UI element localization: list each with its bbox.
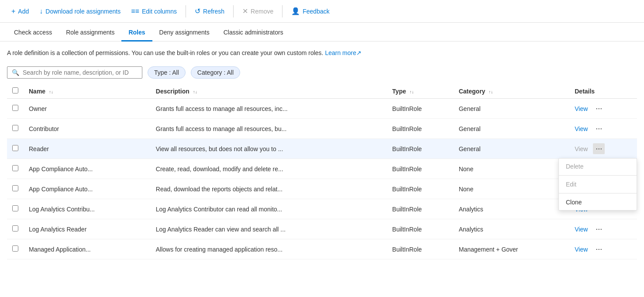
row-category: General [454, 99, 570, 119]
row-details: View ··· [569, 119, 637, 139]
download-icon: ↓ [39, 7, 43, 15]
row-checkbox-4[interactable] [12, 165, 18, 171]
search-icon: 🔍 [12, 69, 19, 76]
remove-label: Remove [251, 8, 273, 15]
select-all-header [7, 84, 24, 99]
row-more-button-7[interactable]: ··· [593, 224, 605, 235]
row-view-link-1[interactable]: View [575, 105, 588, 112]
row-description: Grants full access to manage all resourc… [151, 119, 387, 139]
row-name: Reader [24, 139, 151, 159]
row-category: Analytics [454, 199, 570, 219]
context-menu-clone[interactable]: Clone [559, 194, 637, 210]
row-checkbox-cell [7, 119, 24, 139]
row-description: Log Analytics Reader can view and search… [151, 219, 387, 239]
row-checkbox-cell [7, 159, 24, 179]
col-header-details: Details [569, 84, 637, 99]
row-type: BuiltInRole [387, 219, 453, 239]
context-menu-divider-1 [559, 175, 637, 176]
row-category: None [454, 179, 570, 199]
row-type: BuiltInRole [387, 99, 453, 119]
refresh-button[interactable]: ↺ Refresh [190, 4, 229, 18]
row-name: Log Analytics Contribu... [24, 199, 151, 219]
row-description: Create, read, download, modify and delet… [151, 159, 387, 179]
row-checkbox-6[interactable] [12, 205, 18, 211]
row-category: None [454, 159, 570, 179]
row-type: BuiltInRole [387, 119, 453, 139]
roles-table: Name ↑↓ Description ↑↓ Type ↑↓ Category … [7, 84, 637, 259]
remove-icon: ✕ [242, 7, 248, 15]
toolbar-separator-2 [233, 5, 234, 17]
roles-table-container: Name ↑↓ Description ↑↓ Type ↑↓ Category … [0, 84, 644, 259]
row-description: Read, download the reports objects and r… [151, 179, 387, 199]
row-name: App Compliance Auto... [24, 159, 151, 179]
add-label: Add [18, 8, 29, 15]
tab-role-assignments[interactable]: Role assignments [59, 24, 121, 41]
table-header-row: Name ↑↓ Description ↑↓ Type ↑↓ Category … [7, 84, 637, 99]
download-button[interactable]: ↓ Download role assignments [35, 5, 125, 18]
row-checkbox-5[interactable] [12, 185, 18, 191]
row-more-button-1[interactable]: ··· [593, 103, 605, 114]
row-checkbox-8[interactable] [12, 245, 18, 252]
row-details: View ··· [569, 239, 637, 259]
row-description: Log Analytics Contributor can read all m… [151, 199, 387, 219]
tab-check-access[interactable]: Check access [7, 24, 59, 41]
tab-roles[interactable]: Roles [121, 24, 152, 41]
row-checkbox-cell [7, 219, 24, 239]
toolbar-separator-1 [186, 5, 186, 17]
type-filter-pill[interactable]: Type : All [148, 66, 186, 79]
tabs-container: Check access Role assignments Roles Deny… [0, 24, 644, 41]
tab-classic-administrators[interactable]: Classic administrators [217, 24, 290, 41]
context-menu-delete[interactable]: Delete [559, 159, 637, 174]
download-label: Download role assignments [45, 8, 121, 15]
row-checkbox-cell [7, 239, 24, 259]
col-header-type[interactable]: Type ↑↓ [387, 84, 453, 99]
row-name: Log Analytics Reader [24, 219, 151, 239]
row-details: View ··· [569, 99, 637, 119]
category-sort-icon: ↑↓ [489, 90, 493, 94]
add-button[interactable]: + Add [7, 5, 33, 18]
row-type: BuiltInRole [387, 239, 453, 259]
row-description: Allows for creating managed application … [151, 239, 387, 259]
row-checkbox-7[interactable] [12, 225, 18, 231]
table-row: Owner Grants full access to manage all r… [7, 99, 637, 119]
row-checkbox-2[interactable] [12, 125, 18, 131]
row-checkbox-3[interactable] [12, 145, 18, 151]
description-sort-icon: ↑↓ [193, 90, 197, 94]
row-view-link-2[interactable]: View [575, 125, 588, 132]
learn-more-link[interactable]: Learn more↗ [325, 49, 362, 56]
row-name: Managed Application... [24, 239, 151, 259]
table-row: App Compliance Auto... Read, download th… [7, 179, 637, 199]
row-more-button-3[interactable]: ··· [593, 143, 605, 154]
row-description: View all resources, but does not allow y… [151, 139, 387, 159]
col-header-description[interactable]: Description ↑↓ [151, 84, 387, 99]
row-view-link-7[interactable]: View [575, 226, 588, 233]
row-checkbox-cell [7, 139, 24, 159]
category-filter-pill[interactable]: Category : All [191, 66, 240, 79]
col-header-category[interactable]: Category ↑↓ [454, 84, 570, 99]
remove-button[interactable]: ✕ Remove [238, 4, 278, 18]
search-box: 🔍 [7, 66, 142, 79]
tab-deny-assignments[interactable]: Deny assignments [152, 24, 217, 41]
row-category: Management + Gover [454, 239, 570, 259]
row-view-link-8[interactable]: View [575, 246, 588, 253]
row-name: Owner [24, 99, 151, 119]
row-category: General [454, 139, 570, 159]
toolbar: + Add ↓ Download role assignments ≡≡ Edi… [0, 0, 644, 23]
row-more-button-2[interactable]: ··· [593, 123, 605, 134]
row-checkbox-1[interactable] [12, 105, 18, 111]
table-row: Managed Application... Allows for creati… [7, 239, 637, 259]
row-description: Grants full access to manage all resourc… [151, 99, 387, 119]
edit-columns-button[interactable]: ≡≡ Edit columns [127, 5, 181, 18]
row-type: BuiltInRole [387, 159, 453, 179]
select-all-checkbox[interactable] [12, 87, 18, 93]
context-menu: Delete Edit Clone [558, 158, 637, 211]
search-input[interactable] [23, 69, 138, 76]
description: A role definition is a collection of per… [0, 41, 644, 63]
add-icon: + [11, 7, 15, 15]
table-row: Reader View all resources, but does not … [7, 139, 637, 159]
context-menu-edit[interactable]: Edit [559, 176, 637, 192]
type-sort-icon: ↑↓ [410, 90, 414, 94]
feedback-button[interactable]: 👤 Feedback [287, 4, 334, 18]
row-more-button-8[interactable]: ··· [593, 244, 605, 255]
col-header-name[interactable]: Name ↑↓ [24, 84, 151, 99]
